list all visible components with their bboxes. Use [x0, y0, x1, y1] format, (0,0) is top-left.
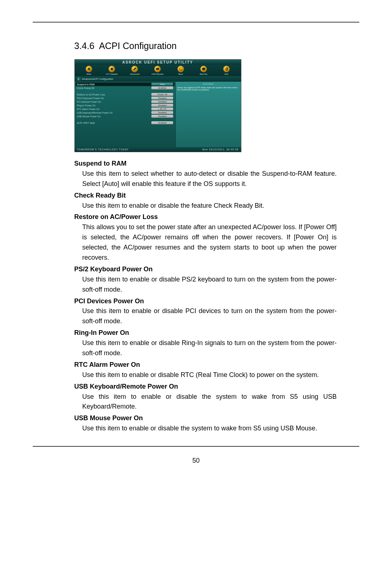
tab-boot[interactable]: Boot [171, 66, 191, 75]
setting-label: USB Mouse Power On [77, 115, 152, 118]
setting-label: Check Ready Bit [77, 87, 152, 89]
section-name: ACPI Configuration [99, 41, 177, 51]
tab-label: OC Tweaker [106, 73, 118, 75]
bios-setting-row[interactable]: RTC Alarm Power On▸By OS [75, 107, 175, 111]
setting-label: PS/2 Keyboard Power On [77, 97, 152, 100]
bios-setting-row[interactable]: PCI Devices Power OnDisabled [75, 100, 175, 104]
bios-setting-row[interactable]: USB Keyboard/Remote Power OnDisabled [75, 111, 175, 114]
item-heading: PCI Devices Power On [74, 296, 337, 307]
svg-rect-2 [157, 70, 158, 70]
bios-titlebar: ASROCK UEFI SETUP UTILITY [75, 60, 241, 65]
item-description: Use this item to enable or disable the s… [82, 423, 337, 434]
bios-setting-row[interactable]: PS/2 Keyboard Power OnDisabled [75, 96, 175, 100]
value-text: Power Off [158, 93, 167, 96]
value-text: By OS [160, 108, 166, 110]
setting-value[interactable]: Auto [151, 83, 173, 86]
setting-label: PCI Devices Power On [77, 101, 152, 103]
bios-setting-row[interactable]: Restore on AC/Power LossPower Off [75, 93, 175, 96]
setting-label: Restore on AC/Power Loss [77, 93, 152, 96]
item-heading: PS/2 Keyboard Power On [74, 264, 337, 275]
item-description: Use this item to enable or disable PS/2 … [82, 275, 337, 295]
item-description: Use this item to enable or disable PCI d… [82, 306, 337, 327]
item-heading: RTC Alarm Power On [74, 360, 337, 370]
tab-hw-monitor[interactable]: H/W Monitor [148, 66, 168, 75]
tab-main[interactable]: Main [79, 66, 99, 75]
setting-value[interactable]: ▸By OS [151, 108, 173, 110]
setting-label: USB Keyboard/Remote Power On [77, 111, 152, 114]
tab-oc-tweaker[interactable]: OC Tweaker [102, 66, 122, 75]
setting-label: RTC Alarm Power On [77, 108, 152, 110]
item-heading: Ring-In Power On [74, 328, 337, 338]
bios-screenshot: ASROCK UEFI SETUP UTILITY Main OC Tweake… [74, 59, 241, 152]
tab-label: Security [200, 73, 208, 75]
help-text: Select the highest ACPI sleep state the … [177, 86, 239, 91]
tab-label: H/W Monitor [152, 73, 164, 75]
item-heading: Suspend to RAM [74, 159, 337, 169]
submenu-icon: ▸ [158, 108, 159, 110]
item-description: Use this item to enable or disable the f… [82, 201, 337, 211]
value-text: Auto [160, 83, 164, 85]
setting-label: Suspend to RAM [77, 83, 152, 86]
item-heading: USB Mouse Power On [74, 413, 337, 423]
page-number: 50 [0, 457, 392, 465]
item-description: Use this item to enable or disable the s… [82, 392, 337, 412]
value-text: Disabled [158, 101, 167, 103]
setting-label: ACPI HPET table [77, 122, 152, 124]
item-heading: Check Ready Bit [74, 191, 337, 201]
content: 3.4.6 ACPI Configuration ASROCK UEFI SET… [56, 41, 337, 434]
section-title: 3.4.6 ACPI Configuration [74, 41, 337, 51]
value-text: Enabled [158, 122, 166, 124]
bios-setting-row[interactable]: Check Ready BitEnabled [75, 86, 175, 90]
cycle-icon [177, 66, 184, 72]
svg-rect-0 [111, 68, 113, 70]
item-heading: Restore on AC/Power Loss [74, 212, 337, 222]
setting-value[interactable]: Disabled [151, 111, 173, 114]
value-text: Disabled [158, 115, 167, 117]
wrench-icon [131, 66, 138, 72]
help-title: Description [177, 83, 239, 85]
tab-label: Main [86, 73, 91, 75]
setting-value[interactable]: Disabled [151, 100, 173, 103]
item-heading: USB Keyboard/Remote Power On [74, 382, 337, 392]
tab-exit[interactable]: Exit [216, 66, 236, 75]
shield-icon [200, 66, 207, 72]
bios-settings-list: Suspend to RAMAutoCheck Ready BitEnabled… [75, 82, 176, 147]
svg-rect-1 [156, 68, 159, 70]
setting-value[interactable]: Disabled [151, 104, 173, 107]
setting-value[interactable]: Disabled [151, 97, 173, 100]
value-text: Disabled [158, 111, 167, 114]
tab-label: Advanced [130, 73, 140, 75]
item-description: Use this item to select whether to auto-… [82, 169, 337, 189]
overclock-icon [109, 66, 115, 72]
breadcrumb: Advanced\ACPI Configuration [75, 76, 241, 82]
value-text: Disabled [158, 97, 167, 99]
bios-help-panel: Description Select the highest ACPI slee… [175, 82, 241, 147]
bios-setting-row[interactable]: ACPI HPET tableEnabled [75, 121, 175, 125]
setting-label: Ring-In Power On [77, 104, 152, 107]
item-description: This allows you to set the power state a… [82, 222, 337, 263]
setting-value[interactable]: Enabled [151, 121, 173, 124]
setting-value[interactable]: Disabled [151, 115, 173, 118]
tab-label: Boot [178, 73, 183, 75]
item-description: Use this item to enable or disable RTC (… [82, 370, 337, 380]
value-text: Enabled [158, 87, 166, 89]
footer-tagline: TOMORROW'S TECHNOLOGY TODAY [77, 148, 129, 151]
bios-body: Suspend to RAMAutoCheck Ready BitEnabled… [75, 82, 241, 147]
bios-setting-row [75, 90, 175, 93]
bios-setting-row[interactable]: USB Mouse Power OnDisabled [75, 114, 175, 118]
setting-value[interactable]: Enabled [151, 86, 173, 89]
back-arrow-icon[interactable] [77, 77, 81, 81]
tab-label: Exit [225, 73, 228, 75]
tab-security[interactable]: Security [193, 66, 213, 75]
breadcrumb-text: Advanced\ACPI Configuration [82, 78, 113, 80]
bios-setting-row[interactable]: Suspend to RAMAuto [75, 82, 175, 86]
footer-datetime: Mon 03/22/2011, 00:45:50 [203, 148, 239, 151]
setting-value[interactable]: Power Off [151, 93, 173, 96]
section-number: 3.4.6 [74, 41, 95, 51]
bios-setting-row[interactable]: Ring-In Power OnDisabled [75, 104, 175, 107]
monitor-icon [154, 66, 161, 72]
tab-advanced[interactable]: Advanced [125, 66, 145, 75]
exit-icon [223, 66, 230, 72]
manual-page: 3.4.6 ACPI Configuration ASROCK UEFI SET… [33, 22, 359, 447]
value-text: Disabled [158, 104, 167, 106]
